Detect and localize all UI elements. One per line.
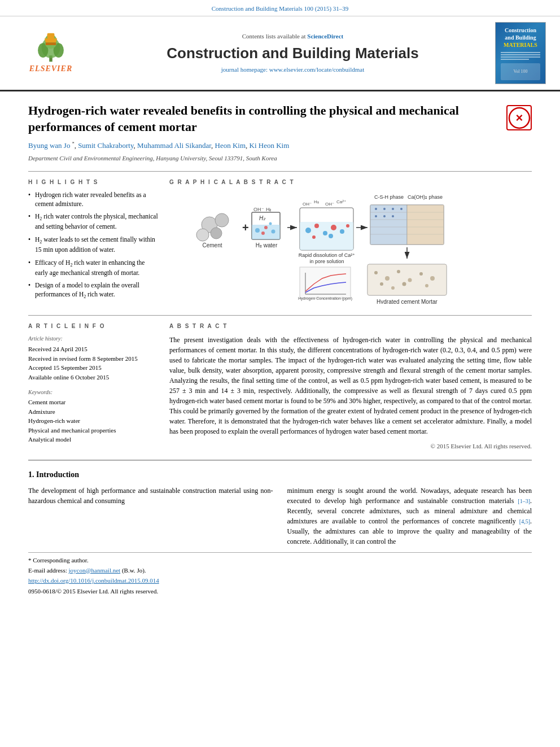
keyword-4: Physical and mechanical properties — [28, 426, 158, 435]
svg-point-21 — [261, 231, 265, 235]
author-email-link[interactable]: joycon@hanmail.net — [68, 567, 120, 574]
article-title: Hydrogen-rich water revealed benefits in… — [28, 103, 501, 135]
highlight-item-3: H2 water leads to set the cement finally… — [28, 235, 158, 255]
copyright-line: © 2015 Elsevier Ltd. All rights reserved… — [169, 442, 532, 451]
keyword-2: Admixture — [28, 408, 158, 416]
svg-text:Hydrogen Concentration (ppm): Hydrogen Concentration (ppm) — [298, 296, 352, 301]
crossmark-icon: × — [508, 107, 531, 129]
hydrated-cement-group: Hydrated cement Mortar — [368, 264, 447, 304]
available-date: Available online 6 October 2015 — [28, 373, 158, 382]
svg-rect-47 — [370, 205, 407, 244]
graph-group: Hydrogen Concentration (ppm) — [298, 267, 352, 301]
svg-point-75 — [397, 270, 400, 273]
received-date: Received 24 April 2015 — [28, 344, 158, 354]
svg-point-34 — [331, 225, 336, 230]
svg-point-12 — [211, 228, 222, 239]
author-muhammad[interactable]: Muhammad Ali Sikandar — [137, 142, 211, 150]
svg-point-31 — [305, 228, 311, 233]
highlight-item-1: Hydrogen rich water revealed benefits as… — [28, 191, 158, 208]
contents-availability: Contents lists available at ScienceDirec… — [96, 32, 489, 41]
svg-text:Cement: Cement — [202, 242, 222, 248]
svg-point-36 — [312, 235, 316, 239]
intro-two-col: The development of high performance and … — [28, 486, 532, 547]
svg-text:H₂: H₂ — [314, 199, 319, 204]
svg-text:H₂ water: H₂ water — [256, 242, 278, 248]
svg-rect-7 — [46, 42, 56, 45]
svg-point-76 — [408, 278, 412, 282]
intro-title: 1. Introduction — [28, 469, 532, 480]
graphical-abstract-diagram: Cement + H₂ OH⁻ — [169, 191, 532, 304]
article-info-abstract-section: A R T I C L E I N F O Article history: R… — [28, 315, 532, 451]
journal-cover-section: Constructionand BuildingMATERIALS Vol 10… — [495, 22, 549, 84]
graphical-abstract-heading: G R A P H I C A L A B S T R A C T — [169, 178, 532, 186]
introduction-section: 1. Introduction The development of high … — [28, 469, 532, 547]
svg-rect-48 — [407, 205, 444, 244]
article-title-section: Hydrogen-rich water revealed benefits in… — [28, 103, 532, 135]
svg-point-22 — [269, 222, 272, 225]
authors-line: Byung wan Jo *, Sumit Chakraborty, Muham… — [28, 141, 532, 151]
svg-point-54 — [383, 208, 386, 210]
science-direct-link[interactable]: ScienceDirect — [307, 33, 343, 40]
email-footnote: E-mail address: joycon@hanmail.net (B.w.… — [28, 566, 532, 575]
svg-text:C-S-H phase: C-S-H phase — [374, 194, 404, 200]
ref-1-3[interactable]: [1–3] — [518, 498, 530, 504]
highlight-item-4: Efficacy of H2 rich water in enhancing t… — [28, 259, 158, 278]
journal-header: ELSEVIER Contents lists available at Sci… — [0, 16, 560, 91]
elsevier-logo-section: ELSEVIER — [11, 32, 90, 75]
svg-text:OH⁻: OH⁻ — [325, 202, 334, 207]
revised-date: Received in revised form 8 September 201… — [28, 354, 158, 364]
svg-point-78 — [430, 276, 435, 281]
keyword-3: Hydrogen-rich water — [28, 417, 158, 425]
journal-citation-link[interactable]: Construction and Building Materials 100 … — [212, 5, 349, 12]
homepage-url[interactable]: www.elsevier.com/locate/conbuildmat — [269, 66, 365, 73]
intro-text-left: The development of high performance and … — [28, 486, 273, 506]
article-info-column: A R T I C L E I N F O Article history: R… — [28, 322, 158, 451]
svg-point-58 — [383, 215, 386, 217]
svg-text:OH⁻: OH⁻ — [253, 207, 264, 212]
ref-4-5[interactable]: [4,5] — [519, 518, 530, 525]
history-label: Article history: — [28, 335, 158, 343]
journal-cover-image: Constructionand BuildingMATERIALS Vol 10… — [495, 22, 546, 84]
svg-rect-30 — [300, 222, 353, 250]
author-sumit[interactable]: Sumit Chakraborty — [78, 142, 133, 150]
svg-text:×: × — [515, 111, 523, 125]
svg-point-80 — [391, 286, 395, 290]
svg-point-32 — [314, 224, 319, 228]
journal-citation-bar: Construction and Building Materials 100 … — [0, 0, 560, 16]
issn-footnote: 0950-0618/© 2015 Elsevier Ltd. All right… — [28, 587, 532, 596]
svg-point-73 — [374, 271, 378, 274]
keyword-5: Analytical model — [28, 435, 158, 444]
svg-text:H₂: H₂ — [259, 215, 266, 221]
dissolution-group: OH⁻ H₂ OH⁻ Ca²⁺ Rapid dissolution of Ca²… — [299, 199, 356, 264]
doi-footnote: http://dx.doi.org/10.1016/j.conbuildmat.… — [28, 576, 532, 585]
highlights-list: Hydrogen rich water revealed benefits as… — [28, 191, 158, 300]
svg-point-82 — [425, 284, 428, 287]
highlight-item-5: Design of a model to explain the overall… — [28, 281, 158, 300]
article-history: Article history: Received 24 April 2015 … — [28, 335, 158, 382]
author-kiheon[interactable]: Ki Heon Kim — [250, 142, 290, 150]
journal-title: Construction and Building Materials — [96, 43, 489, 63]
svg-text:Ca²⁺: Ca²⁺ — [336, 199, 346, 204]
svg-text:OH⁻: OH⁻ — [303, 202, 312, 207]
author-heon[interactable]: Heon Kim — [215, 142, 246, 150]
intro-text-right: minimum energy is sought around the worl… — [287, 486, 532, 547]
svg-point-38 — [346, 224, 349, 228]
cover-title-text: Constructionand BuildingMATERIALS — [504, 27, 537, 49]
crossmark-logo[interactable]: × — [506, 105, 532, 130]
abstract-heading: A B S T R A C T — [169, 322, 532, 330]
svg-text:Hydrated cement Mortar: Hydrated cement Mortar — [377, 299, 438, 304]
footnote-section: * Corresponding author. E-mail address: … — [28, 552, 532, 596]
elsevier-logo: ELSEVIER — [25, 32, 76, 75]
doi-link[interactable]: http://dx.doi.org/10.1016/j.conbuildmat.… — [28, 577, 159, 584]
svg-point-74 — [385, 276, 390, 281]
corresponding-author-note: * Corresponding author. — [28, 556, 532, 565]
svg-point-19 — [264, 226, 268, 229]
abstract-text: The present investigation deals with the… — [169, 335, 532, 436]
svg-point-33 — [323, 231, 327, 235]
highlights-heading: H I G H L I G H T S — [28, 178, 158, 186]
author-byungwan[interactable]: Byung wan Jo — [28, 142, 70, 150]
keywords-section: Keywords: Cement mortar Admixture Hydrog… — [28, 388, 158, 444]
svg-text:in pore solution: in pore solution — [309, 259, 344, 264]
cover-decorative-lines — [501, 51, 540, 61]
svg-point-57 — [375, 215, 377, 217]
